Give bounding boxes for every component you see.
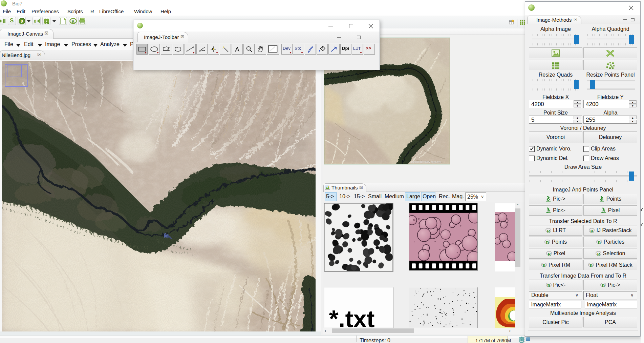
svg-text:R: R xyxy=(71,19,75,24)
svg-text:R: R xyxy=(589,263,593,268)
svg-text:R: R xyxy=(547,283,551,288)
svg-text:R: R xyxy=(546,240,549,245)
svg-text:R: R xyxy=(597,251,600,256)
svg-text:R: R xyxy=(598,240,601,245)
svg-text:A: A xyxy=(235,46,239,53)
svg-text:0: 0 xyxy=(34,19,36,24)
svg-text:earthobservatory.nasa.gov: earthobservatory.nasa.gov xyxy=(411,160,441,163)
svg-text:R: R xyxy=(602,283,605,288)
svg-text:R: R xyxy=(547,228,550,233)
svg-text:R: R xyxy=(542,263,546,268)
svg-text:R: R xyxy=(591,228,594,233)
svg-text:*.txt: *.txt xyxy=(329,305,375,328)
svg-text:R: R xyxy=(548,251,551,256)
svg-text:0: 0 xyxy=(21,19,23,24)
